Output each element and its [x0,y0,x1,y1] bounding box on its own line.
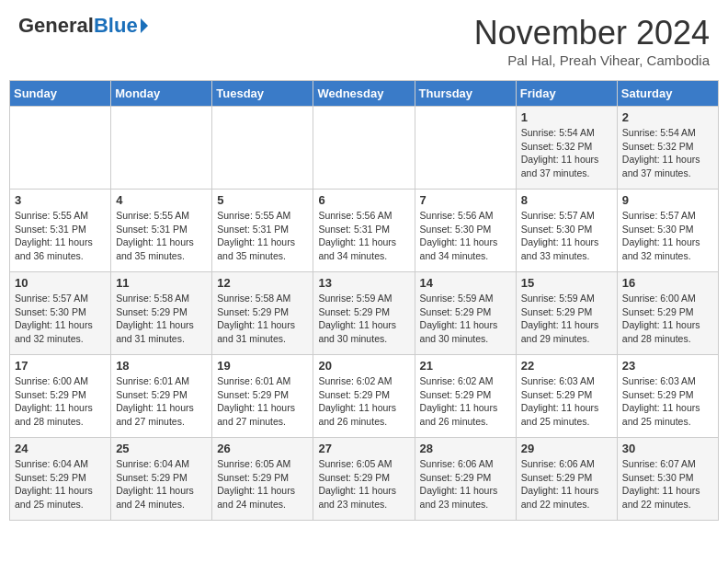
calendar-cell: 16Sunrise: 6:00 AM Sunset: 5:29 PM Dayli… [617,272,718,355]
header-day-sunday: Sunday [10,81,111,107]
day-number: 26 [217,442,308,455]
day-number: 2 [622,110,713,124]
day-info: Sunrise: 6:00 AM Sunset: 5:29 PM Dayligh… [15,374,106,429]
calendar-cell: 7Sunrise: 5:56 AM Sunset: 5:30 PM Daylig… [415,190,516,272]
day-info: Sunrise: 5:54 AM Sunset: 5:32 PM Dayligh… [521,126,612,180]
title-block: November 2024 Pal Hal, Preah Vihear, Cam… [474,14,710,68]
calendar-cell: 12Sunrise: 5:58 AM Sunset: 5:29 PM Dayli… [212,272,313,355]
calendar-cell: 11Sunrise: 5:58 AM Sunset: 5:29 PM Dayli… [111,272,212,355]
day-info: Sunrise: 6:05 AM Sunset: 5:29 PM Dayligh… [318,457,409,511]
day-info: Sunrise: 6:03 AM Sunset: 5:29 PM Dayligh… [521,374,612,429]
calendar-cell [111,107,212,190]
day-info: Sunrise: 6:02 AM Sunset: 5:29 PM Dayligh… [420,374,511,429]
day-number: 21 [420,359,511,373]
calendar-cell: 30Sunrise: 6:07 AM Sunset: 5:30 PM Dayli… [617,438,718,521]
page-header: GeneralBlue November 2024 Pal Hal, Preah… [9,9,719,73]
day-info: Sunrise: 6:05 AM Sunset: 5:29 PM Dayligh… [217,457,308,511]
day-info: Sunrise: 5:55 AM Sunset: 5:31 PM Dayligh… [217,209,308,263]
day-info: Sunrise: 5:55 AM Sunset: 5:31 PM Dayligh… [116,209,207,263]
day-number: 9 [622,193,713,207]
day-number: 4 [116,193,207,207]
day-number: 25 [116,442,207,455]
logo-general-text: General [18,14,94,37]
calendar-cell [313,107,415,190]
day-number: 3 [15,193,106,207]
calendar-cell: 14Sunrise: 5:59 AM Sunset: 5:29 PM Dayli… [415,272,516,355]
header-day-friday: Friday [516,81,617,107]
day-number: 24 [15,442,106,455]
day-info: Sunrise: 6:01 AM Sunset: 5:29 PM Dayligh… [116,374,207,429]
header-day-saturday: Saturday [617,81,718,107]
day-info: Sunrise: 5:57 AM Sunset: 5:30 PM Dayligh… [521,209,612,263]
calendar-cell: 13Sunrise: 5:59 AM Sunset: 5:29 PM Dayli… [313,272,415,355]
calendar-cell [212,107,313,190]
calendar-week-4: 17Sunrise: 6:00 AM Sunset: 5:29 PM Dayli… [10,355,719,438]
calendar-cell: 8Sunrise: 5:57 AM Sunset: 5:30 PM Daylig… [516,190,617,272]
day-info: Sunrise: 6:03 AM Sunset: 5:29 PM Dayligh… [622,374,713,429]
day-number: 13 [318,276,409,290]
calendar-cell: 21Sunrise: 6:02 AM Sunset: 5:29 PM Dayli… [415,355,516,438]
day-number: 10 [15,276,106,290]
day-info: Sunrise: 5:57 AM Sunset: 5:30 PM Dayligh… [15,292,106,346]
logo-blue-text: Blue [94,14,138,37]
day-number: 14 [420,276,511,290]
day-info: Sunrise: 5:56 AM Sunset: 5:30 PM Dayligh… [420,209,511,263]
logo: GeneralBlue [18,14,148,38]
calendar-table: SundayMondayTuesdayWednesdayThursdayFrid… [9,80,719,521]
day-number: 11 [116,276,207,290]
day-info: Sunrise: 5:59 AM Sunset: 5:29 PM Dayligh… [521,292,612,346]
calendar-cell: 17Sunrise: 6:00 AM Sunset: 5:29 PM Dayli… [10,355,111,438]
logo-icon [141,18,148,33]
day-number: 15 [521,276,612,290]
calendar-cell: 22Sunrise: 6:03 AM Sunset: 5:29 PM Dayli… [516,355,617,438]
day-info: Sunrise: 6:06 AM Sunset: 5:29 PM Dayligh… [420,457,511,511]
day-info: Sunrise: 5:58 AM Sunset: 5:29 PM Dayligh… [116,292,207,346]
day-info: Sunrise: 5:59 AM Sunset: 5:29 PM Dayligh… [318,292,409,346]
header-day-wednesday: Wednesday [313,81,415,107]
calendar-cell: 23Sunrise: 6:03 AM Sunset: 5:29 PM Dayli… [617,355,718,438]
day-info: Sunrise: 6:01 AM Sunset: 5:29 PM Dayligh… [217,374,308,429]
calendar-week-2: 3Sunrise: 5:55 AM Sunset: 5:31 PM Daylig… [10,190,719,272]
day-info: Sunrise: 5:56 AM Sunset: 5:31 PM Dayligh… [318,209,409,263]
day-info: Sunrise: 5:55 AM Sunset: 5:31 PM Dayligh… [15,209,106,263]
calendar-cell: 2Sunrise: 5:54 AM Sunset: 5:32 PM Daylig… [617,107,718,190]
calendar-cell [415,107,516,190]
header-day-monday: Monday [111,81,212,107]
day-number: 12 [217,276,308,290]
day-number: 17 [15,359,106,373]
day-number: 29 [521,442,612,455]
calendar-cell: 10Sunrise: 5:57 AM Sunset: 5:30 PM Dayli… [10,272,111,355]
calendar-week-1: 1Sunrise: 5:54 AM Sunset: 5:32 PM Daylig… [10,107,719,190]
month-title: November 2024 [474,14,710,52]
header-day-thursday: Thursday [415,81,516,107]
calendar-cell: 3Sunrise: 5:55 AM Sunset: 5:31 PM Daylig… [10,190,111,272]
day-info: Sunrise: 5:59 AM Sunset: 5:29 PM Dayligh… [420,292,511,346]
calendar-cell: 19Sunrise: 6:01 AM Sunset: 5:29 PM Dayli… [212,355,313,438]
calendar-cell: 29Sunrise: 6:06 AM Sunset: 5:29 PM Dayli… [516,438,617,521]
day-number: 19 [217,359,308,373]
header-day-tuesday: Tuesday [212,81,313,107]
calendar-cell: 1Sunrise: 5:54 AM Sunset: 5:32 PM Daylig… [516,107,617,190]
day-number: 1 [521,110,612,124]
day-info: Sunrise: 6:04 AM Sunset: 5:29 PM Dayligh… [116,457,207,511]
calendar-cell: 18Sunrise: 6:01 AM Sunset: 5:29 PM Dayli… [111,355,212,438]
day-info: Sunrise: 6:07 AM Sunset: 5:30 PM Dayligh… [622,457,713,511]
calendar-cell: 25Sunrise: 6:04 AM Sunset: 5:29 PM Dayli… [111,438,212,521]
day-number: 28 [420,442,511,455]
calendar-cell: 4Sunrise: 5:55 AM Sunset: 5:31 PM Daylig… [111,190,212,272]
calendar-cell: 5Sunrise: 5:55 AM Sunset: 5:31 PM Daylig… [212,190,313,272]
calendar-cell: 6Sunrise: 5:56 AM Sunset: 5:31 PM Daylig… [313,190,415,272]
calendar-header: SundayMondayTuesdayWednesdayThursdayFrid… [10,81,719,107]
day-info: Sunrise: 5:54 AM Sunset: 5:32 PM Dayligh… [622,126,713,180]
day-number: 20 [318,359,409,373]
day-number: 8 [521,193,612,207]
calendar-cell: 20Sunrise: 6:02 AM Sunset: 5:29 PM Dayli… [313,355,415,438]
calendar-week-5: 24Sunrise: 6:04 AM Sunset: 5:29 PM Dayli… [10,438,719,521]
day-info: Sunrise: 6:02 AM Sunset: 5:29 PM Dayligh… [318,374,409,429]
calendar-cell: 24Sunrise: 6:04 AM Sunset: 5:29 PM Dayli… [10,438,111,521]
day-number: 7 [420,193,511,207]
location: Pal Hal, Preah Vihear, Cambodia [474,52,710,68]
day-number: 30 [622,442,713,455]
calendar-cell: 26Sunrise: 6:05 AM Sunset: 5:29 PM Dayli… [212,438,313,521]
day-info: Sunrise: 5:57 AM Sunset: 5:30 PM Dayligh… [622,209,713,263]
